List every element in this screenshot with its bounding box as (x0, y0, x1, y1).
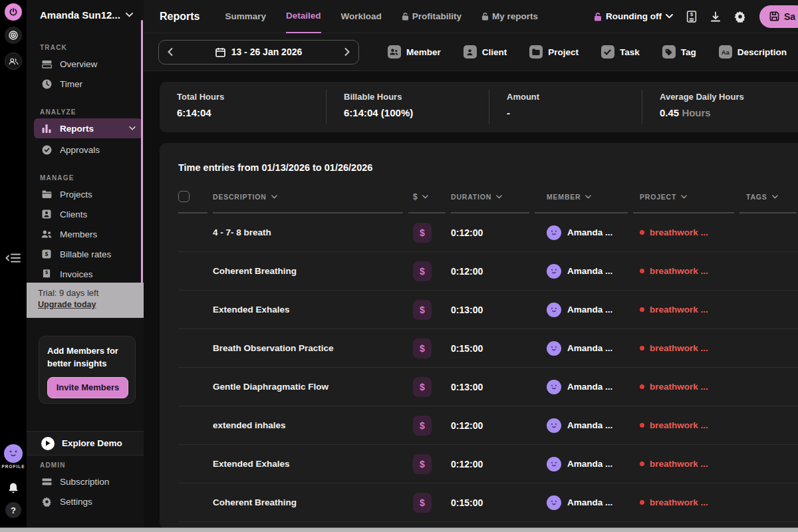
download-icon[interactable] (710, 11, 721, 22)
column-project[interactable]: PROJECT (633, 191, 734, 213)
workspace-switcher[interactable]: Amanda Sun12... (27, 0, 144, 29)
entry-project[interactable]: breathwork ... (633, 420, 734, 430)
entry-member[interactable]: Amanda ... (535, 303, 628, 317)
entry-description[interactable]: Extended Exhales (213, 459, 403, 469)
table-row[interactable]: Coherent Breathing $ 0:15:00 Amanda ... … (178, 483, 798, 522)
column-member[interactable]: MEMBER (535, 191, 628, 213)
entry-duration[interactable]: 0:12:00 (451, 227, 529, 238)
entry-duration[interactable]: 0:12:00 (451, 420, 529, 431)
billable-dollar-badge[interactable]: $ (413, 493, 432, 513)
entry-description[interactable]: Gentle Diaphragmatic Flow (213, 382, 403, 392)
billable-dollar-badge[interactable]: $ (413, 300, 432, 320)
profile-label: PROFILE (0, 464, 27, 469)
billable-dollar-badge[interactable]: $ (413, 338, 432, 358)
project-color-dot (640, 384, 644, 389)
notifications-bell-icon[interactable] (7, 481, 20, 495)
sidebar-item-reports[interactable]: Reports (34, 118, 142, 138)
filter-client[interactable]: Client (452, 45, 519, 59)
sidebar-item-timer[interactable]: Timer (27, 74, 144, 94)
tab-workload[interactable]: Workload (341, 0, 382, 33)
select-all-checkbox[interactable] (178, 191, 190, 202)
entry-member[interactable]: Amanda ... (535, 418, 628, 433)
column-duration[interactable]: DURATION (451, 191, 529, 213)
column-description[interactable]: DESCRIPTION (213, 191, 403, 213)
entry-member[interactable]: Amanda ... (535, 457, 628, 471)
entry-duration[interactable]: 0:15:00 (451, 497, 529, 508)
filter-tag[interactable]: Tag (651, 45, 708, 59)
invite-members-button[interactable]: Invite Members (47, 377, 128, 398)
sidebar-item-subscription[interactable]: Subscription (27, 471, 144, 491)
entry-description[interactable]: 4 - 7- 8 breath (213, 227, 403, 237)
sidebar-item-billable-rates[interactable]: $ Billable rates (27, 244, 144, 264)
entry-duration[interactable]: 0:12:00 (451, 266, 529, 277)
prev-range-icon[interactable] (168, 48, 173, 56)
entry-member[interactable]: Amanda ... (535, 341, 628, 356)
tab-profitability[interactable]: Profitability (402, 0, 462, 33)
column-billable[interactable]: $ (408, 191, 446, 213)
rounding-toggle[interactable]: Rounding off (594, 11, 673, 21)
table-row[interactable]: Extended Exhales $ 0:12:00 Amanda ... br… (178, 445, 798, 483)
invoice-export-icon[interactable]: $ (686, 11, 697, 23)
entry-project[interactable]: breathwork ... (633, 382, 734, 392)
collapse-sidebar-icon[interactable] (5, 253, 21, 263)
sidebar-item-approvals[interactable]: Approvals (27, 140, 144, 160)
entry-member[interactable]: Amanda ... (535, 380, 628, 394)
billable-dollar-badge[interactable]: $ (413, 377, 432, 397)
save-button[interactable]: Sa (759, 5, 798, 28)
entry-project[interactable]: breathwork ... (633, 459, 734, 469)
entry-member[interactable]: Amanda ... (535, 264, 628, 279)
help-icon[interactable]: ? (5, 502, 21, 518)
entry-duration[interactable]: 0:12:00 (451, 459, 529, 469)
entry-project[interactable]: breathwork ... (633, 305, 734, 315)
sidebar-item-overview[interactable]: Overview (27, 54, 144, 74)
entry-project[interactable]: breathwork ... (633, 343, 734, 353)
profile-avatar[interactable] (4, 444, 23, 463)
table-row[interactable]: 4 - 7- 8 breath $ 0:12:00 Amanda ... bre… (178, 213, 798, 252)
table-row[interactable]: Breath Observation Practice $ 0:15:00 Am… (178, 329, 798, 368)
entry-project[interactable]: breathwork ... (633, 266, 734, 276)
entry-project[interactable]: breathwork ... (633, 497, 734, 507)
table-row[interactable]: Coherent Breathing $ 0:12:00 Amanda ... … (178, 252, 798, 291)
entry-project[interactable]: breathwork ... (633, 227, 734, 237)
filter-project[interactable]: Project (518, 45, 590, 59)
entry-duration[interactable]: 0:15:00 (451, 343, 529, 354)
filter-member[interactable]: Member (376, 45, 452, 59)
date-range-picker[interactable]: 13 - 26 Jan 2026 (158, 40, 359, 65)
entry-description[interactable]: Coherent Breathing (213, 497, 403, 507)
explore-demo-button[interactable]: Explore Demo (27, 431, 144, 456)
table-row[interactable]: extended inhales $ 0:12:00 Amanda ... br… (178, 406, 798, 445)
entry-member[interactable]: Amanda ... (535, 225, 628, 240)
table-row[interactable]: Gentle Diaphragmatic Flow $ 0:13:00 Aman… (178, 368, 798, 406)
billable-dollar-badge[interactable]: $ (413, 416, 432, 436)
sidebar-item-clients[interactable]: Clients (27, 204, 144, 224)
billable-dollar-badge[interactable]: $ (413, 261, 432, 281)
entry-duration[interactable]: 0:13:00 (451, 382, 529, 392)
table-row[interactable]: Extended Exhales $ 0:13:00 Amanda ... br… (178, 291, 798, 329)
entry-duration[interactable]: 0:13:00 (451, 305, 529, 315)
filter-description[interactable]: Aa Description (708, 45, 798, 59)
billable-dollar-badge[interactable]: $ (413, 454, 432, 474)
column-tags[interactable]: TAGS (739, 191, 797, 213)
sidebar-item-projects[interactable]: Projects (27, 184, 144, 204)
entry-description[interactable]: Breath Observation Practice (213, 343, 403, 353)
entry-description[interactable]: Coherent Breathing (213, 266, 403, 276)
target-icon[interactable] (5, 27, 22, 44)
sidebar-item-invoices[interactable]: $ Invoices (27, 264, 144, 284)
settings-gear-icon[interactable] (734, 11, 746, 23)
tab-summary[interactable]: Summary (225, 0, 266, 33)
team-icon[interactable] (5, 53, 22, 70)
sidebar-scrollbar[interactable] (141, 20, 143, 313)
tab-my-reports[interactable]: My reports (481, 0, 538, 33)
entry-member[interactable]: Amanda ... (535, 495, 628, 510)
filter-task[interactable]: Task (590, 45, 651, 59)
tab-detailed[interactable]: Detailed (286, 0, 321, 33)
next-range-icon[interactable] (344, 48, 350, 56)
entry-description[interactable]: Extended Exhales (213, 305, 403, 315)
sidebar-item-settings[interactable]: Settings (27, 491, 144, 511)
workspace-power-icon[interactable] (5, 3, 22, 21)
sidebar-item-label: Subscription (60, 477, 109, 487)
billable-dollar-badge[interactable]: $ (413, 223, 432, 243)
sidebar-item-members[interactable]: Members (27, 224, 144, 244)
entry-description[interactable]: extended inhales (213, 420, 403, 430)
upgrade-link[interactable]: Upgrade today (38, 300, 144, 309)
